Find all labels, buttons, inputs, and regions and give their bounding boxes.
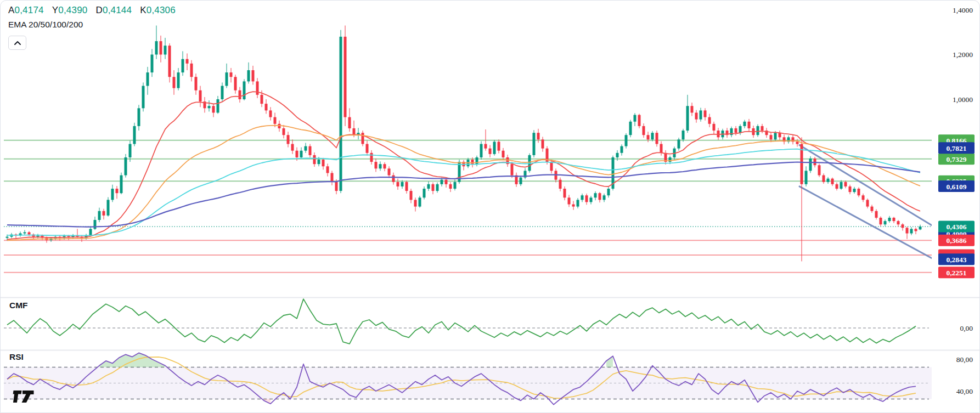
candle-body bbox=[265, 104, 268, 110]
candle-body bbox=[318, 160, 320, 164]
candle-body bbox=[138, 108, 140, 126]
candle-body bbox=[607, 189, 610, 195]
candle-body bbox=[379, 164, 382, 168]
candle-body bbox=[686, 106, 689, 131]
candle-body bbox=[239, 90, 241, 99]
candle-body bbox=[823, 176, 825, 182]
candle-body bbox=[809, 159, 812, 171]
plot-area[interactable] bbox=[4, 26, 933, 405]
candle-body bbox=[190, 64, 193, 77]
ohlc-item-k: K0,4306 bbox=[140, 5, 176, 15]
candle-body bbox=[572, 205, 575, 207]
candle-body bbox=[283, 128, 285, 135]
candle-body bbox=[875, 211, 878, 218]
candle-body bbox=[116, 189, 119, 193]
candle-body bbox=[893, 218, 895, 221]
candle-body bbox=[414, 200, 417, 206]
candle-body bbox=[542, 139, 544, 148]
candle-body bbox=[432, 184, 435, 191]
candle-body bbox=[441, 180, 443, 184]
candle-body bbox=[410, 191, 413, 200]
candle-body bbox=[796, 142, 799, 144]
candle-body bbox=[485, 144, 487, 149]
candle-body bbox=[182, 59, 184, 72]
candle-body bbox=[331, 173, 334, 182]
candle-body bbox=[629, 122, 632, 135]
price-badge-label: 0,2251 bbox=[946, 269, 966, 277]
tradingview-logo[interactable] bbox=[12, 386, 37, 406]
candle-body bbox=[748, 122, 751, 128]
price-badge-label: 0,6109 bbox=[946, 183, 966, 191]
candle-body bbox=[577, 200, 579, 206]
candle-body bbox=[678, 139, 680, 148]
candle-body bbox=[28, 232, 31, 234]
candle-body bbox=[695, 112, 698, 119]
candle-body bbox=[660, 144, 663, 153]
candle-body bbox=[880, 218, 882, 224]
candle-body bbox=[713, 124, 716, 131]
candle-body bbox=[300, 151, 303, 157]
candle-body bbox=[142, 86, 145, 109]
downtrend-channel-line-upper[interactable] bbox=[799, 145, 932, 225]
downtrend-channel-line-lower[interactable] bbox=[799, 186, 932, 258]
candle-body bbox=[362, 133, 364, 144]
candle-body bbox=[177, 72, 180, 88]
candle-body bbox=[322, 160, 325, 166]
candle-body bbox=[125, 157, 127, 176]
candle-body bbox=[89, 229, 92, 235]
candle-body bbox=[436, 184, 439, 191]
candle-body bbox=[370, 153, 373, 162]
candle-body bbox=[691, 106, 694, 112]
candle-body bbox=[454, 182, 457, 189]
candle-body bbox=[129, 144, 132, 157]
candle-body bbox=[173, 77, 176, 88]
candle-body bbox=[761, 126, 764, 131]
candle-body bbox=[594, 193, 597, 197]
price-badge-label: 0,7821 bbox=[946, 144, 966, 152]
candle-body bbox=[199, 90, 202, 101]
candle-body bbox=[585, 195, 588, 202]
candle-body bbox=[897, 221, 900, 224]
candle-body bbox=[423, 189, 426, 197]
candle-body bbox=[405, 182, 408, 191]
candle-body bbox=[111, 189, 114, 200]
ohlc-values-row: A0,4174Y0,4390D0,4144K0,4306 bbox=[8, 5, 184, 16]
candle-body bbox=[384, 164, 386, 168]
collapse-legend-button[interactable] bbox=[8, 36, 26, 50]
candle-body bbox=[853, 189, 856, 192]
trading-chart-widget: 1,40001,20001,00000,0080,0040,000,81660,… bbox=[0, 0, 980, 413]
candle-body bbox=[744, 122, 746, 126]
candle-body bbox=[147, 72, 149, 86]
candle-body bbox=[770, 135, 773, 139]
candle-body bbox=[392, 176, 395, 182]
candle-body bbox=[621, 146, 623, 153]
chart-legend: A0,4174Y0,4390D0,4144K0,4306 EMA 20/50/1… bbox=[8, 5, 184, 50]
candle-body bbox=[902, 224, 904, 228]
candle-body bbox=[910, 229, 913, 233]
candle-body bbox=[274, 117, 277, 124]
candle-body bbox=[313, 155, 316, 164]
candle-body bbox=[305, 146, 307, 151]
candle-body bbox=[840, 182, 843, 189]
candle-body bbox=[616, 153, 619, 157]
candle-body bbox=[493, 142, 496, 154]
candle-body bbox=[309, 146, 312, 155]
price-chart-canvas[interactable]: 1,40001,20001,00000,0080,0040,000,81660,… bbox=[1, 1, 980, 413]
candle-body bbox=[445, 180, 448, 184]
candle-body bbox=[844, 182, 847, 186]
candle-body bbox=[498, 142, 500, 150]
candle-body bbox=[559, 180, 562, 189]
candle-body bbox=[326, 166, 329, 173]
candle-body bbox=[862, 195, 865, 200]
candle-body bbox=[581, 195, 584, 200]
candle-body bbox=[471, 160, 474, 164]
candle-body bbox=[335, 182, 338, 191]
rsi-overbought-fill bbox=[99, 353, 165, 367]
candle-body bbox=[480, 144, 483, 157]
candle-body bbox=[226, 72, 228, 86]
candle-body bbox=[590, 197, 593, 202]
candle-body bbox=[243, 81, 246, 99]
candle-body bbox=[151, 55, 154, 73]
candle-body bbox=[366, 144, 369, 153]
candle-body bbox=[805, 171, 808, 184]
